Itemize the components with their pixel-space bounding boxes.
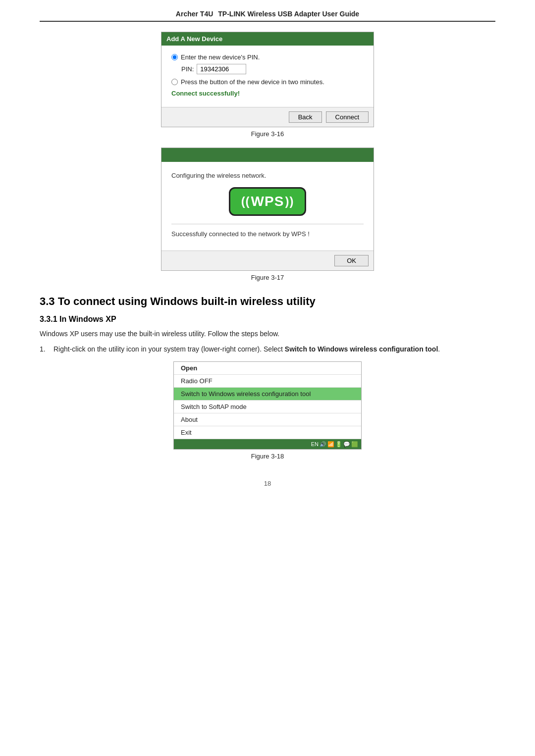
subsection331-heading: 3.3.1 In Windows XP [40,315,495,324]
figure16-caption: Figure 3-16 [40,130,495,138]
radio-row-1: Enter the new device's PIN. [171,53,364,61]
menu-item-3[interactable]: Switch to SoftAP mode [174,401,361,413]
section33-body: Windows XP users may use the built-in wi… [40,329,495,339]
figure17-caption: Figure 3-17 [40,274,495,281]
pin-row: PIN: [181,64,364,74]
step-1: 1. Right-click on the utility icon in yo… [40,344,495,354]
menu-item-5[interactable]: Exit [174,426,361,439]
radio-button[interactable] [171,79,178,85]
section33-heading: 3.3 To connect using Windows built-in wi… [40,295,495,308]
wps-text: WPS [251,194,284,209]
ok-button[interactable]: OK [334,255,369,266]
taskbar-icons: EN🔊📶🔋💬🟩 [311,441,358,448]
connect-success-text: Connect successfully! [171,90,364,97]
radio-row-2: Press the button of the new device in tw… [171,78,364,86]
menu-item-0[interactable]: Open [174,362,361,375]
step-1-content: Right-click on the utility icon in your … [54,344,495,354]
back-button[interactable]: Back [289,111,322,123]
page-number: 18 [40,480,495,487]
wps-body: Configuring the wireless network. (( WPS… [161,162,374,251]
wps-logo: (( WPS )) [229,187,307,216]
wps-configuring-text: Configuring the wireless network. [171,172,364,179]
taskbar-footer: EN🔊📶🔋💬🟩 [174,439,361,449]
step1-end: . [438,345,440,353]
wps-title-bar [161,148,374,162]
figure16-dialog: Add A New Device Enter the new device's … [161,32,374,127]
pin-input[interactable] [197,64,246,74]
step1-bold: Switch to Windows wireless configuration… [285,345,438,353]
radio-pin[interactable] [171,54,178,60]
radio2-label: Press the button of the new device in tw… [181,78,324,86]
menu-item-4[interactable]: About [174,413,361,426]
menu-item-2[interactable]: Switch to Windows wireless configuration… [174,388,361,401]
radio1-label: Enter the new device's PIN. [181,53,260,61]
pin-label: PIN: [181,65,194,73]
dialog-title: Add A New Device [166,35,222,43]
figure17-dialog: Configuring the wireless network. (( WPS… [161,148,374,271]
figure18-caption: Figure 3-18 [40,453,495,460]
context-menu-figure: OpenRadio OFFSwitch to Windows wireless … [173,361,362,450]
wps-success-text: Successfully connected to the network by… [171,230,364,238]
menu-item-1[interactable]: Radio OFF [174,375,361,388]
dialog-body: Enter the new device's PIN. PIN: Press t… [161,46,374,107]
wave-right-icon: )) [285,195,294,208]
wps-logo-wrap: (( WPS )) [171,187,364,216]
dialog-title-bar: Add A New Device [161,32,374,46]
wps-divider [171,224,364,224]
wave-left-icon: (( [241,195,250,208]
step-list: 1. Right-click on the utility icon in yo… [40,344,495,354]
wps-footer: OK [161,251,374,270]
dialog-footer: Back Connect [161,107,374,127]
page-header: Archer T4U TP-LINK Wireless USB Adapter … [40,10,495,22]
connect-button[interactable]: Connect [326,111,369,123]
step1-text: Right-click on the utility icon in your … [54,345,285,353]
step-1-number: 1. [40,344,54,354]
guide-title: TP-LINK Wireless USB Adapter User Guide [218,10,359,18]
product-name: Archer T4U [176,10,213,18]
